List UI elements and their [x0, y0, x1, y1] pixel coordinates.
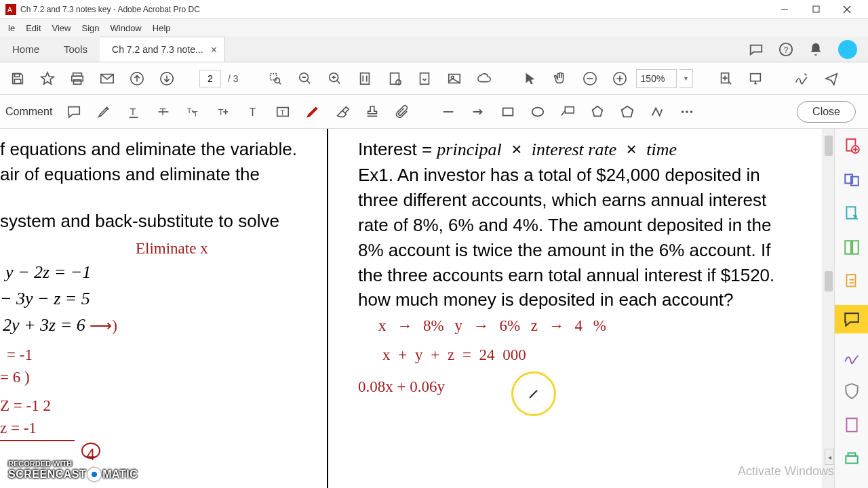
svg-rect-29 [750, 73, 760, 81]
zoom-plus-icon[interactable] [606, 65, 633, 92]
insert-image-icon[interactable] [441, 65, 468, 92]
help-icon[interactable]: ? [778, 42, 793, 57]
hand-tool-icon[interactable] [547, 65, 574, 92]
chat-icon[interactable] [749, 42, 764, 57]
star-icon[interactable] [34, 65, 61, 92]
svg-rect-38 [503, 108, 513, 115]
collapse-panel-icon[interactable]: ◂ [825, 449, 834, 465]
select-tool-icon[interactable] [517, 65, 544, 92]
right-problem: Ex1. An investor has a total of $24,000 … [358, 163, 778, 312]
document-tab[interactable]: Ch 7.2 and 7.3 note... ✕ [100, 37, 225, 62]
left-annotation-eliminate: Eliminate x [136, 238, 319, 260]
polygon-icon[interactable] [584, 98, 611, 125]
close-button[interactable]: Close [797, 101, 856, 123]
underline-icon[interactable]: T [120, 98, 147, 125]
attach-icon[interactable] [389, 98, 416, 125]
content-area: f equations and eliminate the variable. … [0, 129, 868, 488]
share-icon[interactable] [818, 65, 845, 92]
edit-pdf-icon[interactable] [842, 203, 862, 224]
rect-icon[interactable] [494, 98, 521, 125]
page-number-input[interactable] [199, 70, 221, 87]
svg-text:T: T [218, 106, 224, 117]
print-icon[interactable] [64, 65, 91, 92]
create-pdf-icon[interactable] [842, 136, 862, 156]
document-view[interactable]: f equations and eliminate the variable. … [0, 129, 823, 488]
text-comment-icon[interactable]: T [239, 98, 267, 125]
menu-sign[interactable]: Sign [76, 23, 104, 33]
scroll-thumb[interactable] [825, 136, 833, 156]
upload-icon[interactable] [123, 65, 151, 92]
user-avatar[interactable] [838, 40, 857, 59]
text-box-icon[interactable]: T [269, 98, 296, 125]
menu-file[interactable]: le [3, 23, 20, 33]
search-icon[interactable] [262, 65, 289, 92]
menu-view[interactable]: View [47, 23, 77, 33]
svg-rect-9 [14, 79, 20, 83]
vertical-scrollbar[interactable] [823, 129, 834, 488]
menu-edit[interactable]: Edit [20, 23, 46, 33]
minimize-button[interactable] [769, 0, 800, 19]
svg-rect-52 [846, 418, 856, 432]
close-window-button[interactable] [831, 0, 863, 19]
email-icon[interactable] [94, 65, 121, 92]
cloud-icon[interactable] [471, 65, 498, 92]
comment-toolbar: Comment T T TT T T T Close [0, 95, 868, 129]
zoom-in-icon[interactable] [321, 65, 349, 92]
fill-sign-icon[interactable] [842, 347, 862, 367]
nav-home[interactable]: Home [0, 37, 52, 62]
export-pdf-icon[interactable] [842, 237, 862, 258]
nav-tools[interactable]: Tools [52, 37, 100, 62]
svg-point-39 [532, 107, 544, 116]
left-eq1: y − 2z = −1 [5, 260, 319, 286]
notification-icon[interactable] [808, 42, 823, 57]
fit-page-icon[interactable] [351, 65, 378, 92]
maximize-button[interactable] [800, 0, 831, 19]
organize-icon[interactable] [842, 271, 862, 291]
page-down-icon[interactable] [411, 65, 438, 92]
zoom-out-icon[interactable] [292, 65, 319, 92]
menu-window[interactable]: Window [105, 23, 147, 33]
more-tools-panel-icon[interactable] [842, 415, 862, 435]
highlight-icon[interactable] [90, 98, 117, 125]
app-icon: A [5, 4, 16, 15]
insert-text-icon[interactable]: T [210, 98, 237, 125]
scroll-thumb-2[interactable] [825, 271, 833, 291]
save-icon[interactable] [4, 65, 31, 92]
right-tools-panel: ◂ [834, 129, 868, 488]
close-tab-icon[interactable]: ✕ [210, 45, 218, 55]
comment-tool-icon[interactable] [835, 305, 869, 333]
left-line3: system and back-substitute to solve [0, 209, 319, 234]
insert-icon[interactable] [712, 65, 739, 92]
print-production-icon[interactable] [842, 449, 862, 469]
connected-lines-icon[interactable] [644, 98, 671, 125]
cloud-shape-icon[interactable] [614, 98, 641, 125]
arrow-icon[interactable] [465, 98, 492, 125]
zoom-value[interactable]: 150% [636, 69, 677, 88]
zoom-dropdown-icon[interactable]: ▾ [679, 69, 693, 88]
svg-rect-51 [846, 274, 855, 286]
zoom-minus-icon[interactable] [576, 65, 604, 92]
line-icon[interactable] [435, 98, 462, 125]
oval-icon[interactable] [524, 98, 551, 125]
eraser-icon[interactable] [329, 98, 356, 125]
replace-text-icon[interactable]: TT [180, 98, 207, 125]
menu-help[interactable]: Help [147, 23, 176, 33]
sign-icon[interactable] [788, 65, 815, 92]
sticky-note-icon[interactable] [60, 98, 87, 125]
download-icon[interactable] [153, 65, 180, 92]
more-tools-icon[interactable] [673, 98, 701, 125]
svg-rect-53 [846, 456, 857, 464]
left-line2: air of equations and eliminate the [0, 162, 319, 187]
left-hand5: z = -1 [0, 418, 75, 441]
combine-icon[interactable] [842, 169, 862, 190]
protect-icon[interactable] [842, 381, 862, 401]
strikethrough-icon[interactable]: T [150, 98, 177, 125]
text-callout-icon[interactable] [554, 98, 581, 125]
read-mode-icon[interactable] [742, 65, 769, 92]
menu-bar: le Edit View Sign Window Help [0, 19, 868, 37]
pencil-draw-icon[interactable] [299, 98, 326, 125]
svg-text:T: T [250, 105, 256, 117]
page-total: / 3 [224, 73, 243, 84]
stamp-icon[interactable] [359, 98, 386, 125]
fit-width-icon[interactable] [381, 65, 408, 92]
